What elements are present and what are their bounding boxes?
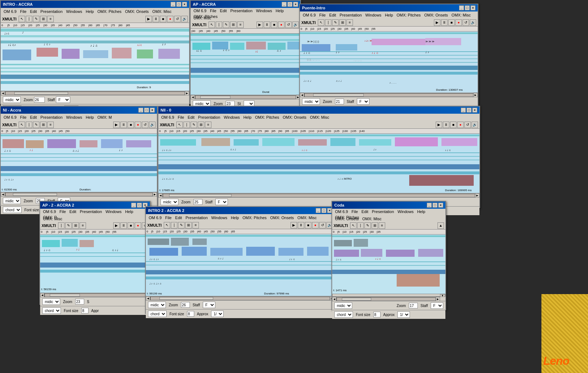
menu-edit[interactable]: Edit bbox=[186, 115, 196, 120]
minimize-button[interactable]: _ bbox=[461, 108, 466, 113]
staff-select[interactable]: F bbox=[203, 302, 215, 308]
scroll-track[interactable] bbox=[195, 95, 296, 99]
tool-list[interactable]: ≡ bbox=[379, 222, 385, 229]
menu-omx-pitches[interactable]: OMX: Pitches bbox=[241, 215, 268, 220]
scroll-thumb[interactable] bbox=[50, 294, 80, 297]
fontsize-input[interactable] bbox=[187, 311, 194, 317]
tool-grid[interactable]: ⊞ bbox=[339, 19, 346, 26]
minimize-button[interactable]: _ bbox=[131, 203, 136, 208]
record-button[interactable]: ● bbox=[167, 16, 173, 22]
menu-omx-onsets[interactable]: OMX: Onsets bbox=[281, 115, 308, 120]
menu-windows[interactable]: Windows bbox=[65, 115, 84, 120]
window-controls[interactable]: _ □ × bbox=[171, 2, 187, 7]
tool-cursor[interactable]: | bbox=[325, 19, 331, 26]
tool-cursor[interactable]: | bbox=[357, 222, 364, 229]
tool-grid[interactable]: ⊞ bbox=[198, 122, 204, 128]
play-button[interactable]: ▶ bbox=[113, 222, 120, 229]
tool-list[interactable]: ≡ bbox=[237, 22, 244, 28]
minimize-button[interactable]: _ bbox=[171, 2, 176, 7]
tool-grid[interactable]: ⊞ bbox=[40, 122, 47, 128]
scroll-left[interactable]: ◄ bbox=[146, 296, 150, 301]
fontsize-input[interactable] bbox=[373, 312, 381, 317]
minimize-button[interactable]: _ bbox=[427, 203, 432, 208]
scrollbar-ni-accra[interactable]: ◄ ► bbox=[1, 192, 157, 196]
close-button[interactable]: × bbox=[438, 203, 443, 208]
score-area-intro2[interactable]: ♩ ♪ ♫ ♩ ♪ ♫ ♪ ♩ ♩ ♪ ♫ ♩ ♪ ♫ ♩ ♪ ♫ t: 991… bbox=[146, 234, 334, 296]
pause-button[interactable]: ⏸ bbox=[120, 222, 127, 229]
tool-list[interactable]: ≡ bbox=[192, 222, 199, 228]
stop-button[interactable]: ■ bbox=[448, 19, 455, 26]
chord-select[interactable]: chord bbox=[334, 311, 353, 318]
tool-grid[interactable]: ⊞ bbox=[230, 22, 236, 28]
mode-select[interactable]: midic bbox=[3, 198, 21, 204]
loop-button[interactable]: ↺ bbox=[285, 22, 292, 28]
window-puente-intro[interactable]: Puente-Intro _ □ × OM 6.9 File Edit Pres… bbox=[299, 4, 478, 106]
scroll-left[interactable]: ◄ bbox=[1, 91, 5, 95]
scroll-right[interactable]: ► bbox=[473, 93, 478, 97]
tool-select[interactable]: ↖ bbox=[176, 122, 183, 128]
scrollbar-intro-accra[interactable]: ◄ ► bbox=[1, 91, 189, 95]
tool-select[interactable]: ↖ bbox=[164, 222, 170, 228]
loop-button[interactable]: ↺ bbox=[464, 122, 471, 128]
staff-select[interactable]: F bbox=[357, 98, 369, 105]
scroll-left[interactable]: ◄ bbox=[1, 192, 5, 197]
approx-select[interactable]: 1/4 bbox=[211, 311, 224, 317]
scroll-track[interactable] bbox=[336, 297, 436, 301]
tool-select[interactable]: ↖ bbox=[350, 222, 357, 229]
scroll-left[interactable]: ◄ bbox=[191, 95, 195, 99]
maximize-button[interactable]: □ bbox=[465, 5, 470, 10]
menu-edit[interactable]: Edit bbox=[29, 9, 38, 14]
menu-file[interactable]: File bbox=[58, 209, 67, 214]
record-button[interactable]: ● bbox=[312, 222, 319, 228]
tool-pencil[interactable]: ✎ bbox=[191, 122, 197, 128]
scroll-right[interactable]: ► bbox=[475, 193, 479, 198]
menu-help[interactable]: Help bbox=[84, 115, 95, 120]
loop-button[interactable]: ↺ bbox=[319, 222, 326, 228]
scrollbar-nii-0[interactable]: ◄ ► bbox=[158, 193, 479, 197]
menu-omx-onsets[interactable]: OMX: Onsets bbox=[334, 216, 360, 221]
play-button[interactable]: ▶ bbox=[434, 19, 440, 26]
record-button[interactable]: ● bbox=[457, 122, 464, 128]
scroll-thumb[interactable] bbox=[313, 94, 364, 96]
menu-windows[interactable]: Windows bbox=[255, 8, 274, 13]
tool-select[interactable]: ↖ bbox=[209, 22, 215, 28]
menu-omx-misc[interactable]: OMX: Misc bbox=[151, 9, 173, 14]
menu-om[interactable]: OM 6.9 bbox=[147, 215, 163, 220]
speaker-button[interactable]: 🔊 bbox=[472, 122, 478, 128]
pause-button[interactable]: ⏸ bbox=[120, 122, 127, 128]
tool-list[interactable]: ≡ bbox=[80, 222, 86, 229]
menu-windows[interactable]: Windows bbox=[65, 9, 84, 14]
tool-cursor[interactable]: | bbox=[26, 122, 32, 128]
staff-select[interactable]: F bbox=[215, 199, 228, 205]
score-area-ni-accra[interactable]: ♩ ♪ ♫ ♪ ♩ ♫ ♪ ♩ ♩ ♪ ♩ ♪ ♫ ♩ ♪ t: 61500 m… bbox=[1, 134, 157, 192]
scroll-track[interactable] bbox=[304, 93, 473, 97]
menu-omx-onsets[interactable]: OMX: Onsets bbox=[269, 215, 295, 220]
window-ap2-accra2[interactable]: AP - 2 - ACCRA 2 _ □ × OM 6.9 File Edit … bbox=[39, 201, 150, 305]
mode-select[interactable]: midic bbox=[42, 298, 60, 305]
record-button[interactable]: ● bbox=[278, 22, 285, 28]
menu-omx-pitches[interactable]: OMX: Pitches bbox=[395, 13, 422, 18]
tool-grid[interactable]: ⊞ bbox=[72, 222, 79, 229]
score-area-nii-0[interactable]: ♩ ♪ ♫ ♩ ♪ ♫ ♪ ♩ ♪ ♩ ♫ ♩ ♪ ♪ ♩ ♫ ♩ ♪ ♫ ♩ … bbox=[158, 134, 479, 193]
loop-button[interactable]: ↺ bbox=[142, 122, 148, 128]
window-intro2-accra2[interactable]: INTRO 2 - ACCRA 2 _ □ × OM 6.9 File Edit… bbox=[145, 206, 335, 314]
staff-select[interactable]: F bbox=[56, 96, 70, 103]
window-nii-0[interactable]: NII - 0 _ □ × OM 6.9 File Edit Presentat… bbox=[158, 106, 480, 208]
tool-list[interactable]: ≡ bbox=[346, 19, 353, 26]
scroll-thumb[interactable] bbox=[14, 92, 68, 95]
speaker-button[interactable]: 🔊 bbox=[470, 19, 476, 26]
window-coda[interactable]: Coda _ □ × OM 6.9 File Edit Presentation… bbox=[331, 201, 446, 310]
menu-file[interactable]: File bbox=[164, 215, 173, 220]
menu-file[interactable]: File bbox=[176, 115, 186, 120]
window-controls[interactable]: _ □ × bbox=[316, 208, 332, 213]
approx-select[interactable]: 1/4 bbox=[397, 311, 410, 318]
menu-omx-pitches[interactable]: OMX: Pitches bbox=[254, 115, 281, 120]
window-controls[interactable]: _ □ × bbox=[461, 108, 477, 113]
tool-grid[interactable]: ⊞ bbox=[40, 16, 47, 22]
menu-om[interactable]: OM 6.9 bbox=[334, 209, 349, 214]
scrollbar-puente[interactable]: ◄ ► bbox=[300, 93, 478, 97]
menu-omx-misc[interactable]: OMX: Misc bbox=[42, 216, 64, 221]
tool-grid[interactable]: ⊞ bbox=[185, 222, 192, 228]
close-button[interactable]: × bbox=[182, 2, 187, 7]
scroll-right[interactable]: ► bbox=[436, 297, 440, 301]
